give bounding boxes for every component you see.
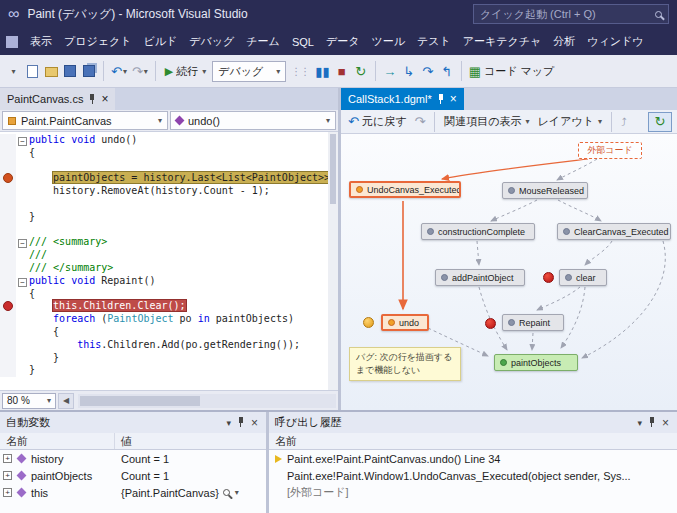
graph-node-undo[interactable]: undo	[381, 314, 429, 331]
pin-icon[interactable]	[648, 417, 656, 428]
debug-configuration-combo[interactable]: デバッグ ▾	[212, 61, 286, 82]
zoom-level-value: 80 %	[7, 395, 30, 406]
graph-undo-button[interactable]: ↶ 元に戻す	[346, 114, 408, 129]
code-editor[interactable]: −public void undo(){ paintObjects = hist…	[0, 132, 338, 390]
step-over-button[interactable]: ↷	[420, 60, 436, 82]
menu-item[interactable]: アーキテクチャ	[457, 28, 548, 55]
step-out-button[interactable]: ↰	[439, 60, 455, 82]
autos-row-this[interactable]: +this{Paint.PaintCanvas}▾	[0, 484, 266, 501]
breakpoint-icon[interactable]	[3, 301, 13, 311]
callstack-graph-canvas[interactable]: 外部コードUndoCanvas_ExecutedMouseReleasedcon…	[341, 134, 677, 410]
graph-node-paintObjects[interactable]: paintObjects	[494, 354, 578, 371]
gold-badge[interactable]	[363, 317, 374, 328]
expand-icon[interactable]: +	[3, 471, 12, 480]
autos-row-paintObjects[interactable]: +paintObjectsCount = 1	[0, 467, 266, 484]
graph-node-Repaint[interactable]: Repaint	[502, 314, 564, 331]
graph-node-constructionComplete[interactable]: constructionComplete	[421, 223, 535, 240]
code-map-button[interactable]: ▦ コード マップ	[468, 60, 556, 82]
callstack-frame[interactable]: Paint.exe!Paint.PaintCanvas.undo() Line …	[269, 450, 677, 467]
fold-toggle[interactable]: −	[18, 239, 27, 248]
inspect-icon[interactable]	[223, 489, 230, 496]
current-frame-arrow-icon	[275, 455, 282, 463]
pin-icon[interactable]	[237, 417, 245, 428]
share-button[interactable]: ⤴	[619, 116, 629, 128]
graph-node-addPaintObject[interactable]: addPaintObject	[435, 269, 525, 286]
save-all-button[interactable]	[81, 60, 97, 82]
menu-item[interactable]: データ	[320, 28, 366, 55]
show-related-dropdown[interactable]: 関連項目の表示 ▾	[442, 114, 531, 129]
autos-header: 自動変数 ▾ ×	[0, 412, 266, 433]
callstack-frame[interactable]: Paint.exe!Paint.Window1.UndoCanvas_Execu…	[269, 467, 677, 484]
class-dropdown[interactable]: Paint.PaintCanvas ▾	[2, 111, 168, 130]
red-badge[interactable]	[543, 272, 554, 283]
expand-icon[interactable]: +	[3, 454, 12, 463]
codemap-pane: CallStack1.dgml* × ↶ 元に戻す ↷ 関連項目の表示 ▾ レイ…	[341, 88, 677, 410]
window-menu-icon[interactable]: ▾	[635, 418, 644, 428]
autos-row-history[interactable]: +historyCount = 1	[0, 450, 266, 467]
node-label: ClearCanvas_Executed	[574, 227, 669, 237]
tab-paintcanvas[interactable]: PaintCanvas.cs ×	[0, 88, 115, 110]
stop-debugging-button[interactable]: ■	[334, 60, 350, 82]
editor-pane: PaintCanvas.cs × Paint.PaintCanvas ▾ und…	[0, 88, 341, 410]
node-icon	[508, 187, 515, 194]
fold-toggle[interactable]: −	[18, 137, 27, 146]
expand-icon[interactable]: +	[3, 488, 12, 497]
code-line: /// </summary>	[0, 262, 338, 275]
scroll-left-button[interactable]: ◀	[58, 393, 74, 409]
open-file-button[interactable]	[43, 60, 59, 82]
graph-node-ClearCanvas_Executed[interactable]: ClearCanvas_Executed	[557, 223, 671, 240]
save-button[interactable]	[62, 60, 78, 82]
zoom-level-combo[interactable]: 80 % ▾	[2, 393, 56, 409]
menu-item[interactable]: ビルド	[138, 28, 184, 55]
menu-item[interactable]: プロジェクト	[58, 28, 138, 55]
menu-item[interactable]: ツール	[365, 28, 411, 55]
menu-item[interactable]: ウィンドウ	[581, 28, 649, 55]
toolbar-overflow-button[interactable]: ▾	[5, 60, 21, 82]
graph-node-UndoCanvas_Executed[interactable]: UndoCanvas_Executed	[349, 181, 461, 198]
graph-node-MouseReleased[interactable]: MouseReleased	[502, 182, 588, 199]
close-icon[interactable]: ×	[450, 93, 457, 105]
show-next-statement-button[interactable]: →	[382, 60, 398, 82]
tracepoint-icon[interactable]	[3, 173, 13, 183]
quick-launch-search[interactable]: クイック起動 (Ctrl + Q)	[473, 4, 669, 24]
menu-item[interactable]: テスト	[411, 28, 457, 55]
menu-item[interactable]: デバッグ	[183, 28, 240, 55]
graph-node-clear[interactable]: clear	[559, 269, 607, 286]
close-icon[interactable]: ×	[249, 416, 260, 430]
tab-callstack-dgml[interactable]: CallStack1.dgml* ×	[341, 88, 464, 110]
method-dropdown[interactable]: undo() ▾	[170, 111, 336, 130]
code-line: foreach (PaintObject po in paintObjects)	[0, 313, 338, 326]
step-into-button[interactable]: ↳	[401, 60, 417, 82]
undo-button[interactable]: ↶▾	[110, 60, 128, 82]
auto-update-toggle-button[interactable]: ↻	[648, 112, 672, 132]
red-badge[interactable]	[485, 318, 496, 329]
column-name[interactable]: 名前	[269, 433, 677, 449]
column-value[interactable]: 値	[115, 433, 266, 449]
layout-dropdown[interactable]: レイアウト ▾	[536, 114, 604, 129]
callstack-frame[interactable]: [外部コード]	[269, 484, 677, 501]
break-all-button[interactable]: ▮▮	[314, 60, 330, 82]
pin-icon[interactable]	[437, 94, 445, 105]
menu-item[interactable]: SQL	[286, 28, 320, 55]
window-menu-icon[interactable]: ▾	[224, 418, 233, 428]
graph-node-外部コード[interactable]: 外部コード	[578, 142, 642, 159]
menu-item[interactable]: チーム	[240, 28, 286, 55]
new-file-button[interactable]	[24, 60, 40, 82]
editor-vertical-scrollbar[interactable]	[328, 132, 338, 390]
editor-horizontal-scrollbar[interactable]	[78, 394, 336, 408]
menu-item[interactable]: 分析	[547, 28, 581, 55]
restart-button[interactable]: ↻	[353, 60, 369, 82]
method-icon	[175, 116, 185, 126]
fold-toggle[interactable]: −	[18, 278, 27, 287]
graph-redo-button[interactable]: ↷	[412, 114, 427, 129]
close-icon[interactable]: ×	[101, 93, 108, 105]
column-name[interactable]: 名前	[0, 433, 115, 449]
redo-button[interactable]: ↷▾	[131, 60, 149, 82]
view-dropdown-icon[interactable]: ▾	[235, 488, 239, 497]
menu-item[interactable]: 表示	[24, 28, 58, 55]
continue-button[interactable]: ▶ 続行 ▾	[162, 64, 209, 79]
toolbar-grip[interactable]: ⋮⋮	[291, 66, 309, 77]
pin-icon[interactable]	[88, 94, 96, 105]
close-icon[interactable]: ×	[660, 416, 671, 430]
variable-icon	[17, 488, 27, 498]
